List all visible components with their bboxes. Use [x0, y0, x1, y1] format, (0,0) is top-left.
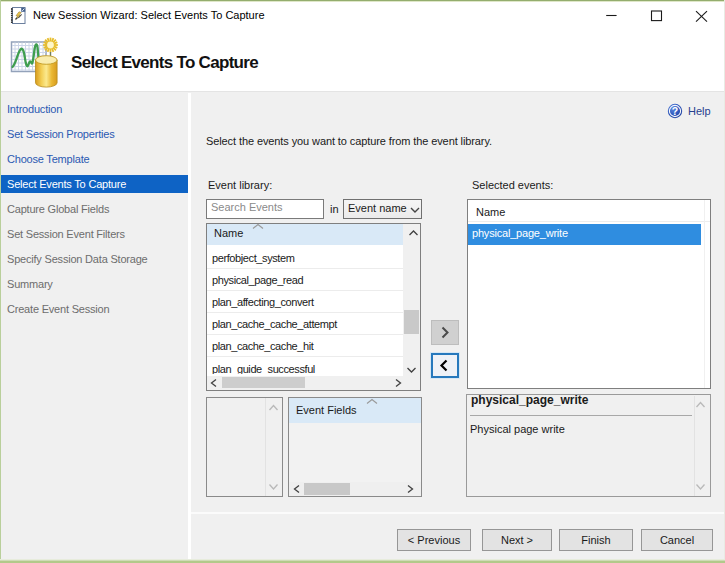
svg-text:?: ?: [672, 105, 678, 117]
